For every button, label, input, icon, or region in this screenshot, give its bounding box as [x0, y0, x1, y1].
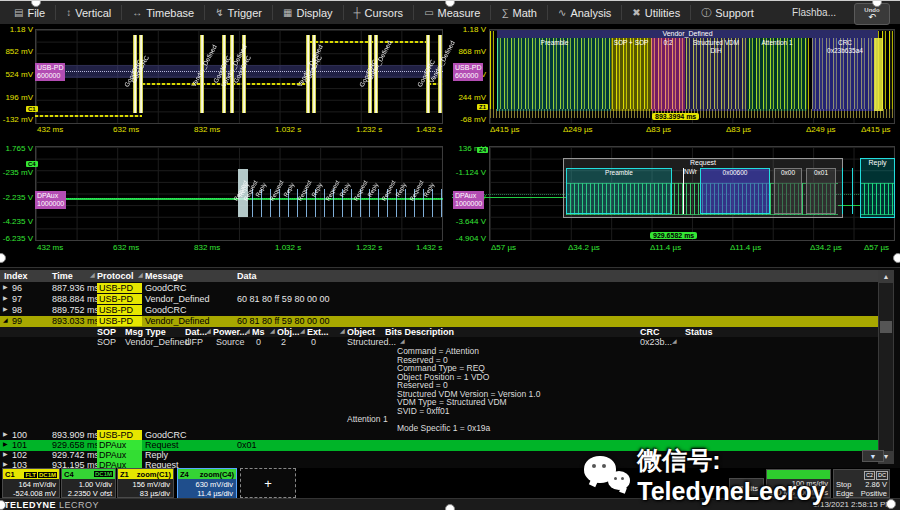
- menu-vertical[interactable]: ↕Vertical: [58, 2, 119, 24]
- cell-message: Vendor_Defined: [145, 316, 210, 326]
- expand-icon[interactable]: ▶: [3, 440, 8, 447]
- selection-handle[interactable]: [893, 253, 900, 263]
- menu-cursors[interactable]: ┼Cursors: [346, 2, 412, 24]
- expand-icon[interactable]: ▶: [3, 294, 8, 301]
- menu-display-label: Display: [296, 7, 332, 19]
- table-row[interactable]: ▶ 97 888.884 ms USB-PD Vendor_Defined 60…: [0, 294, 878, 305]
- filter-icon[interactable]: ◢: [138, 271, 143, 278]
- menu-utilities[interactable]: ✖Utilities: [624, 2, 688, 24]
- menu-trigger[interactable]: ↯Trigger: [207, 2, 270, 24]
- z1-protocol-badge[interactable]: USB-PD 600000: [453, 63, 483, 81]
- filter-icon[interactable]: ◢: [206, 327, 211, 334]
- measure-icon: ▭: [424, 7, 433, 18]
- bits-line: SVID = 0xff01: [397, 406, 450, 416]
- menu-trigger-label: Trigger: [228, 7, 262, 19]
- menu-file[interactable]: ▤File: [6, 2, 53, 24]
- dropdown-icon[interactable]: ◢: [400, 337, 405, 344]
- c1-protocol-name: USB-PD: [37, 64, 63, 71]
- descriptor-id: C4: [64, 470, 74, 479]
- z4-segment-addr: 0x00600: [700, 168, 770, 214]
- c4-protocol-badge[interactable]: DPAux 1000000: [35, 191, 66, 209]
- menu-math[interactable]: ∑Math: [493, 2, 545, 24]
- filter-icon[interactable]: ◢: [270, 327, 275, 334]
- logo-lecroy: LECROY: [59, 500, 99, 510]
- col-index[interactable]: Index: [4, 271, 28, 281]
- filter-icon[interactable]: ◢: [340, 327, 345, 334]
- add-trace-button[interactable]: +: [240, 468, 296, 498]
- z4-segment-label: 0x00600: [723, 169, 748, 176]
- expand-icon[interactable]: ▶: [3, 283, 8, 290]
- z1-segment-label: 0:2: [651, 39, 685, 46]
- expand-icon[interactable]: ▶: [3, 430, 8, 437]
- z4-group-label: Request: [690, 159, 716, 166]
- cell-time: 888.884 ms: [52, 294, 99, 304]
- selection-handle[interactable]: [886, 499, 896, 509]
- col-time[interactable]: Time: [52, 271, 73, 281]
- z4-protocol-badge[interactable]: DPAux 1000000: [453, 191, 484, 209]
- descriptor-z1[interactable]: Z1 zoom(C1) 156 mV/div 83 µs/div: [117, 468, 174, 498]
- z4-trace-badge[interactable]: Z4: [477, 147, 488, 153]
- descriptor-z4[interactable]: Z4 zoom(C4) 630 mV/div 11.4 µs/div: [177, 468, 237, 498]
- menu-display[interactable]: ▦Display: [275, 2, 341, 24]
- c1-x-label: 832 ms: [194, 125, 220, 134]
- menu-timebase[interactable]: ↔Timebase: [124, 2, 202, 24]
- z1-segment-label: SOP + SOP: [611, 39, 651, 46]
- subcol-crc: CRC: [640, 327, 660, 337]
- menu-analysis[interactable]: ∿Analysis: [550, 2, 619, 24]
- filter-icon[interactable]: ◢: [300, 327, 305, 334]
- z4-x-label: Δ34.2 µs: [568, 243, 600, 252]
- cell-data: 60 81 80 ff 59 80 00 00: [237, 294, 329, 304]
- z4-segment-label: NWr: [684, 168, 697, 175]
- descriptor-c4[interactable]: C4 DC1M 1.00 V/div 2.2350 V ofst: [61, 468, 116, 498]
- dropdown-icon[interactable]: ◢: [672, 337, 677, 344]
- expand-icon[interactable]: ▶: [3, 460, 8, 467]
- expand-icon[interactable]: ▶: [3, 450, 8, 457]
- z1-x-label: Δ249 µs: [806, 125, 836, 134]
- col-message[interactable]: Message: [145, 271, 183, 281]
- filter-icon[interactable]: ◢: [90, 271, 95, 278]
- c4-x-label: 1.032 s: [275, 243, 301, 252]
- table-row[interactable]: ▶ 98 889.752 ms USB-PD GoodCRC: [0, 305, 878, 316]
- col-data[interactable]: Data: [237, 271, 257, 281]
- c4-trace-badge[interactable]: C4: [26, 161, 38, 167]
- undo-button[interactable]: Undo ↶: [854, 3, 890, 25]
- z4-segment-v01: 0x01: [806, 168, 836, 214]
- table-scrollbar[interactable]: ▲ ▼: [878, 270, 894, 464]
- descriptor-id: C1: [5, 470, 15, 479]
- c1-x-label: 1.232 s: [356, 125, 382, 134]
- c4-x-label: 432 ms: [37, 243, 63, 252]
- z1-segment-sublabel: 0x23b635a4: [812, 47, 878, 54]
- z1-segment-label: Attention 1: [747, 39, 807, 46]
- menu-separator: [490, 5, 491, 20]
- scrollbar-thumb[interactable]: [880, 321, 892, 333]
- trigger-icon: ↯: [215, 7, 223, 18]
- z4-y-label: -3.644 V: [453, 217, 486, 226]
- selection-handle[interactable]: [0, 253, 6, 263]
- c1-protocol-badge[interactable]: USB-PD 600000: [35, 63, 65, 81]
- coupling-badge: DC1M: [94, 471, 113, 477]
- decode-table: Index Time ◢ Protocol ◢ Message Data ▶ 9…: [0, 267, 900, 468]
- selection-handle[interactable]: [445, 504, 455, 510]
- collapse-icon[interactable]: ◢: [3, 316, 8, 323]
- table-row-selected[interactable]: ◢ 99 893.033 ms USB-PD Vendor_Defined 60…: [0, 316, 878, 327]
- table-row[interactable]: ▶ 96 887.936 ms USB-PD GoodCRC: [0, 283, 878, 294]
- time-per-div: 11.4 µs/div: [197, 489, 233, 498]
- cell-index: 103: [12, 460, 27, 468]
- menu-math-label: Math: [513, 7, 537, 19]
- cell-index: 97: [12, 294, 22, 304]
- z1-segment-sublabel: DIH: [685, 47, 747, 54]
- subcol-ext: Ext...: [307, 327, 329, 337]
- val-obj: 2: [281, 337, 286, 347]
- z4-x-label: Δ11.4 µs: [650, 243, 681, 252]
- cell-time: 887.936 ms: [52, 283, 99, 293]
- expand-icon[interactable]: ▶: [3, 305, 8, 312]
- val-power: Source: [216, 337, 245, 347]
- descriptor-c1[interactable]: C1 FLTDC1M 164 mV/div -524.008 mV: [2, 468, 60, 498]
- z1-trace-badge[interactable]: Z1: [477, 104, 488, 110]
- menu-support[interactable]: ⓘSupport: [693, 2, 762, 24]
- scroll-up-icon[interactable]: ▲: [879, 271, 893, 283]
- c1-trace-badge[interactable]: C1: [26, 106, 38, 112]
- col-protocol[interactable]: Protocol: [97, 271, 134, 281]
- z4-x-label: Δ34.2 µs: [810, 243, 842, 252]
- filter-icon[interactable]: ◢: [245, 327, 250, 334]
